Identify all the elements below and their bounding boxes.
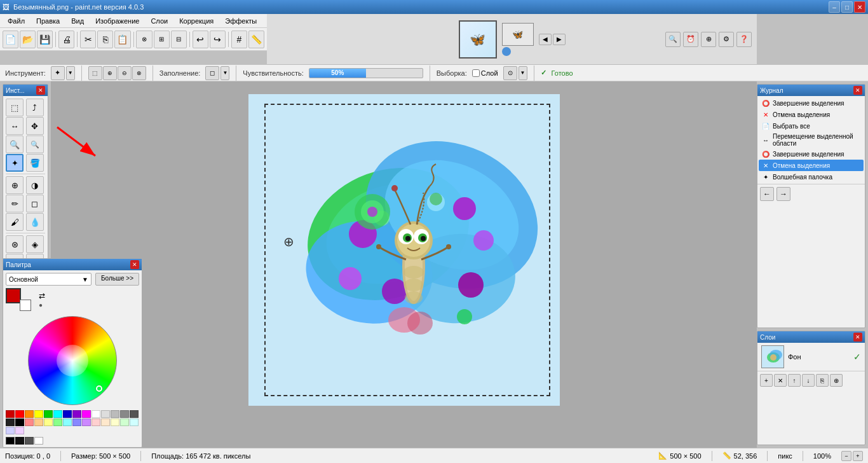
palette-color-swatch[interactable] [63, 418, 72, 426]
palette-color-swatch[interactable] [34, 410, 43, 418]
tool-recolor[interactable]: ◑ [26, 176, 44, 194]
palette-color-swatch[interactable] [15, 410, 24, 418]
menu-correction[interactable]: Коррекция [174, 16, 219, 26]
swap-colors-icon[interactable]: ⇄ [39, 291, 45, 300]
ok-button[interactable]: Готово [552, 69, 573, 77]
secondary-color-swatch[interactable] [20, 300, 31, 311]
toolbar-ruler[interactable]: 📏 [248, 31, 264, 48]
zoom-out-btn[interactable]: − [841, 451, 851, 461]
palette-color-swatch[interactable] [34, 418, 43, 426]
layer-item-0[interactable]: Фон ✓ [757, 343, 865, 371]
layer-down-btn[interactable]: ↓ [802, 374, 815, 387]
layer-merge-btn[interactable]: ⊕ [830, 374, 843, 387]
journal-item-1[interactable]: ✕ Отмена выделения [759, 109, 864, 120]
top-icon-2[interactable]: ⏰ [683, 32, 698, 47]
palette-color-swatch[interactable] [72, 410, 81, 418]
selection-extra-btn[interactable]: ⊙ [503, 66, 517, 80]
toolbar-paste[interactable]: 📋 [114, 31, 130, 48]
title-bar-controls[interactable]: – □ ✕ [829, 1, 865, 13]
sel-mode-add[interactable]: ⊕ [103, 66, 117, 80]
palette-color-swatch[interactable] [53, 410, 62, 418]
palette-color-swatch[interactable] [92, 418, 100, 426]
minimize-button[interactable]: – [829, 1, 840, 13]
canvas-area[interactable]: ⊕ [51, 81, 757, 448]
palette-color-swatch[interactable] [6, 418, 15, 426]
tool-zoom-in[interactable]: 🔍 [6, 135, 24, 153]
tool-brush[interactable]: 🖌 [6, 213, 24, 231]
close-button[interactable]: ✕ [854, 1, 865, 13]
tool-paint-bucket[interactable]: 🪣 [26, 154, 44, 172]
palette-color-swatch[interactable] [15, 427, 24, 434]
journal-item-4[interactable]: ⭕ Завершение выделения [759, 148, 864, 160]
fill-type[interactable]: ◻ [205, 66, 219, 80]
palette-color-swatch[interactable] [120, 418, 129, 426]
sel-mode-sub[interactable]: ⊖ [118, 66, 132, 80]
layer-visible-0[interactable]: ✓ [853, 352, 861, 362]
palette-color-swatch[interactable] [120, 410, 129, 418]
canvas[interactable]: ⊕ [248, 94, 560, 406]
toolbar-open[interactable]: 📂 [20, 31, 36, 48]
palette-color-swatch[interactable] [44, 410, 53, 418]
fill-selector[interactable]: ◻ ▼ [205, 66, 229, 80]
journal-item-3[interactable]: ↔ Перемещение выделенной области [759, 132, 864, 148]
black-swatch[interactable] [6, 437, 15, 445]
toolbar-grid[interactable]: # [231, 31, 247, 48]
palette-mode-dropdown[interactable]: Основной ▼ [6, 273, 92, 286]
layer-checkbox[interactable] [472, 69, 480, 77]
thumbnail-secondary[interactable]: 🦋 [502, 23, 534, 46]
palette-color-swatch[interactable] [111, 410, 119, 418]
sel-mode-new[interactable]: ⬚ [88, 66, 102, 80]
reset-colors-icon[interactable]: ● [39, 301, 45, 308]
tools-panel-close[interactable]: ✕ [36, 86, 45, 95]
tool-move-selection[interactable]: ↔ [6, 117, 24, 135]
toolbar-select-all[interactable]: ⊞ [154, 31, 170, 48]
journal-item-6[interactable]: ✦ Волшебная палочка [759, 171, 864, 183]
palette-color-swatch[interactable] [82, 410, 91, 418]
color-wheel-container[interactable] [3, 314, 142, 410]
toolbar-cut[interactable]: ✂ [80, 31, 96, 48]
tool-select-rect[interactable]: ⬚ [6, 99, 24, 116]
white-swatch[interactable] [34, 437, 43, 445]
palette-color-swatch[interactable] [25, 410, 34, 418]
toolbar-copy[interactable]: ⎘ [97, 31, 113, 48]
layer-up-btn[interactable]: ↑ [788, 374, 801, 387]
menu-layers[interactable]: Слои [146, 16, 173, 26]
toolbar-save[interactable]: 💾 [37, 31, 53, 48]
top-icon-4[interactable]: ⚙ [719, 32, 734, 47]
tool-clone[interactable]: ⊕ [6, 176, 24, 194]
palette-color-swatch[interactable] [15, 418, 24, 426]
toolbar-new[interactable]: 📄 [3, 31, 18, 48]
journal-item-5[interactable]: ✕ Отмена выделения [759, 160, 864, 171]
palette-color-swatch[interactable] [44, 418, 53, 426]
layer-add-btn[interactable]: + [760, 374, 773, 387]
palette-color-swatch[interactable] [82, 418, 91, 426]
layer-duplicate-btn[interactable]: ⎘ [816, 374, 829, 387]
menu-effects[interactable]: Эффекты [220, 16, 262, 26]
journal-undo-btn[interactable]: ← [760, 187, 774, 201]
selection-extra-dropdown[interactable]: ▼ [519, 66, 527, 80]
tool-zoom-out[interactable]: 🔍 [26, 135, 44, 153]
tool-pencil[interactable]: ✏ [6, 195, 24, 212]
gray-swatch[interactable] [25, 437, 34, 445]
journal-redo-btn[interactable]: → [776, 187, 790, 201]
thumbnail-main[interactable]: 🦋 [459, 20, 497, 59]
palette-color-swatch[interactable] [63, 410, 72, 418]
darkgray-swatch[interactable] [15, 437, 24, 445]
journal-item-2[interactable]: 📄 Выбрать все [759, 120, 864, 132]
palette-more-btn[interactable]: Больше >> [95, 273, 139, 286]
palette-close-btn[interactable]: ✕ [130, 260, 139, 269]
tool-dropdown-arrow[interactable]: ▼ [66, 66, 75, 80]
tool-move[interactable]: ✥ [26, 117, 44, 135]
tool-eraser[interactable]: ◻ [26, 195, 44, 212]
palette-color-swatch[interactable] [72, 418, 81, 426]
fill-dropdown[interactable]: ▼ [220, 66, 229, 80]
sensitivity-slider[interactable]: 50% [309, 68, 423, 78]
layer-delete-btn[interactable]: ✕ [774, 374, 787, 387]
toolbar-redo[interactable]: ↪ [210, 31, 226, 48]
palette-color-swatch[interactable] [6, 410, 15, 418]
tool-lasso[interactable]: ⤴ [26, 99, 44, 116]
toolbar-deselect[interactable]: ⊗ [136, 31, 152, 48]
maximize-button[interactable]: □ [841, 1, 853, 13]
tool-icon[interactable]: ✦ [51, 66, 65, 80]
palette-color-swatch[interactable] [130, 410, 139, 418]
